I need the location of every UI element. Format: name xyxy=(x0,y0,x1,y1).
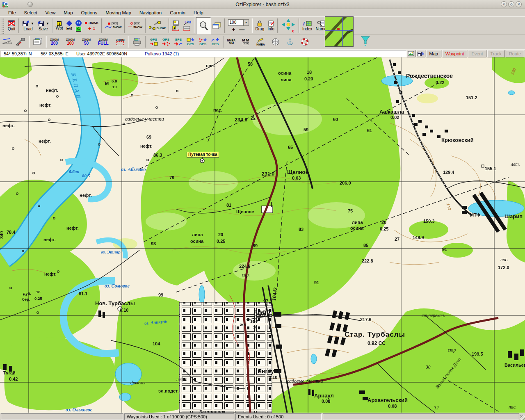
waypoint-button[interactable]: 1 Wpt xyxy=(54,17,65,34)
nmea-log-button[interactable]: NMEA xyxy=(255,36,267,48)
waypoint-list-button[interactable]: 1 xyxy=(171,17,181,34)
send-track-gps-button[interactable]: GPS xyxy=(172,36,185,48)
quit-button[interactable]: Quit xyxy=(6,17,17,34)
menu-navigation[interactable]: Navigation xyxy=(135,10,166,16)
measure-button[interactable] xyxy=(0,36,14,48)
track-control-button[interactable]: TRACK + xyxy=(83,17,100,34)
magnifier-icon xyxy=(199,21,208,31)
event-button[interactable]: Evt xyxy=(65,17,74,34)
zoom-in-button[interactable]: + xyxy=(232,26,235,32)
zoom-50-button[interactable]: ZOOM 50 xyxy=(80,36,92,48)
map-label: 140 xyxy=(446,203,452,210)
get-track-gps-button[interactable]: GPS xyxy=(209,36,221,48)
waypoint-number-button[interactable]: 12 C xyxy=(74,17,83,34)
status-bar: 54° 59,357г N 56° 03,565г E User 439792E… xyxy=(0,49,525,57)
help-lifebuoy-button[interactable] xyxy=(299,36,310,48)
waypoint-marker[interactable] xyxy=(198,156,207,165)
zoom-out-button[interactable]: — xyxy=(239,26,244,32)
send-route-gps-button[interactable]: GPS xyxy=(160,36,172,48)
line-tools-button[interactable]: LINE xyxy=(181,17,193,34)
drag-button[interactable]: Drag xyxy=(254,17,266,34)
map-label: БЕЛАЯ xyxy=(70,72,82,100)
resize-grip[interactable] xyxy=(520,415,525,420)
show-route-button[interactable]: SHOW xyxy=(147,17,167,34)
map-label: липа xyxy=(352,220,363,225)
index-map-icon: I xyxy=(303,21,312,27)
info-button[interactable]: Info xyxy=(266,17,276,34)
show-track-button[interactable]: SHOW xyxy=(103,17,123,34)
nmea-simulator-button[interactable]: NMEA SIM xyxy=(226,36,237,48)
zoom-window-button[interactable]: ZOOM xyxy=(114,36,126,48)
send-waypoints-gps-button[interactable]: GPS xyxy=(148,36,160,48)
anchor-button[interactable]: ⚓ xyxy=(285,36,296,48)
filter-funnel-icon[interactable] xyxy=(361,36,370,47)
menu-moving-map[interactable]: Moving Map xyxy=(101,10,135,16)
maximize-button[interactable]: ◇ xyxy=(508,1,514,7)
mode-button-route[interactable]: Route xyxy=(506,50,524,57)
datum-readout: Pulkovo 1942 (1) xyxy=(145,51,179,56)
protractor-icon xyxy=(2,38,12,46)
map-label: Ашкашла xyxy=(379,109,404,115)
latitude-readout: 54° 59,357г N xyxy=(4,51,32,56)
map-canvas[interactable]: пас.53осиналипа180.20садовые участкипас.… xyxy=(0,57,525,413)
screenshot-button[interactable] xyxy=(406,50,415,57)
mode-button-waypoint[interactable]: Waypoint xyxy=(442,50,467,57)
minimize-button[interactable]: ∨ xyxy=(501,1,507,7)
mode-button-track[interactable]: Track xyxy=(487,50,505,57)
compass-button[interactable] xyxy=(270,36,281,48)
map-label: нефт. xyxy=(43,237,56,242)
map-label: 59 xyxy=(304,127,308,132)
get-route-gps-button[interactable]: GPS xyxy=(197,36,209,48)
map-label: 60 xyxy=(333,117,338,122)
menu-help[interactable]: Help xyxy=(189,10,208,16)
menu-select[interactable]: Select xyxy=(20,10,41,16)
map-label: МТФ xyxy=(470,212,480,217)
save-position-button[interactable] xyxy=(416,50,425,57)
menu-map[interactable]: Map xyxy=(59,10,77,16)
pan-control[interactable]: x xyxy=(279,17,297,34)
menu-garmin[interactable]: Garmin xyxy=(166,10,189,16)
menu-file[interactable]: File xyxy=(4,10,20,16)
map-preview-thumbnail[interactable] xyxy=(325,16,354,47)
svg-text:x: x xyxy=(292,29,294,33)
tools-icon xyxy=(16,38,25,46)
title-bar[interactable]: OziExplorer - bash.ozfx3 ∨ ◇ ✕ xyxy=(0,0,525,9)
map-label: оз. Сомовое xyxy=(105,283,130,289)
zoom-200-button[interactable]: ZOOM 200 xyxy=(48,36,60,48)
map-label: пас. xyxy=(500,257,508,262)
map-label: 81.1 xyxy=(79,291,87,296)
load-button[interactable]: ▼ Load xyxy=(21,17,36,34)
map-label: 20 xyxy=(381,220,386,225)
zoom-level-input[interactable]: 100 xyxy=(228,19,244,26)
mode-button-event[interactable]: Event xyxy=(468,50,486,57)
menu-options[interactable]: Options xyxy=(77,10,102,16)
map-label: Арнаул xyxy=(314,393,334,399)
map-label: Нов. Турбаслы xyxy=(95,300,135,306)
index-button[interactable]: I Index xyxy=(301,17,314,34)
map-label: нефт. xyxy=(39,139,51,144)
close-button[interactable]: ✕ xyxy=(516,1,522,7)
zoom-100-button[interactable]: ZOOM 100 xyxy=(64,36,76,48)
map-label: Загородная xyxy=(199,409,226,413)
zoom-dropdown-button[interactable]: ▼ xyxy=(244,19,249,26)
mode-button-map[interactable]: Map xyxy=(426,50,441,57)
windows-button[interactable] xyxy=(211,17,223,34)
zoom-full-button[interactable]: ZOOM FULL xyxy=(96,36,110,48)
menu-view[interactable]: View xyxy=(41,10,60,16)
map-label: ст.перекач. xyxy=(422,313,445,318)
windows-icon xyxy=(212,22,221,30)
print-button[interactable] xyxy=(130,36,144,48)
map-label: нефт. xyxy=(80,193,92,198)
save-button[interactable]: ▼ Save xyxy=(36,17,51,34)
toolbar-grip[interactable] xyxy=(1,18,5,34)
magnify-tool-button[interactable] xyxy=(196,17,211,34)
image-options-button[interactable] xyxy=(31,36,44,48)
map-label: лет. xyxy=(511,162,520,167)
map-label: оз. Абызово xyxy=(121,167,146,173)
map-label: 83 xyxy=(299,227,304,232)
moving-map-button[interactable]: MM xyxy=(240,36,251,48)
get-waypoints-gps-button[interactable]: GPS xyxy=(185,36,197,48)
map-label: Архангельский xyxy=(368,397,408,403)
map-tools-button[interactable] xyxy=(14,36,27,48)
show-waypoints-button[interactable]: °°° SHOW xyxy=(126,17,144,34)
